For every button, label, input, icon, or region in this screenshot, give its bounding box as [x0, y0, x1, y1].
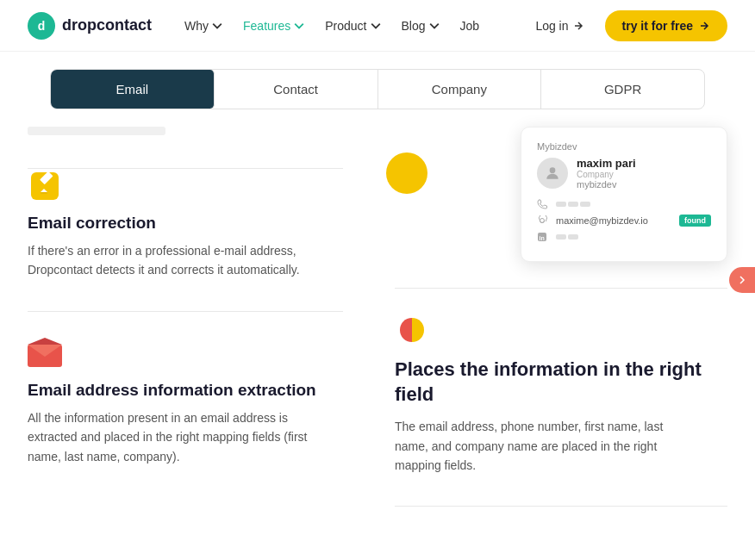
email-extraction-desc: All the information present in an email …: [28, 408, 321, 466]
right-top-divider: [395, 288, 727, 289]
card-linkedin-dots: [556, 234, 578, 240]
dc-icon-svg: [396, 314, 427, 345]
email-correction-title: Email correction: [28, 214, 343, 233]
places-info-block: Places the information in the right fiel…: [395, 313, 727, 475]
scroll-icon: [735, 273, 749, 287]
envelope-svg: [28, 338, 62, 369]
card-email-row: maxime@mybizdev.io found: [537, 215, 711, 227]
pencil-icon: [28, 169, 62, 203]
nav-links: Why Features Product Blog Job: [176, 14, 488, 38]
card-name: maxim pari: [577, 157, 636, 170]
dropcontact-icon: [395, 313, 429, 347]
nav-link-why[interactable]: Why: [176, 14, 231, 38]
nav-link-product[interactable]: Product: [316, 14, 389, 38]
places-info-title: Places the information in the right fiel…: [395, 358, 727, 407]
card-company: mybizdev: [577, 179, 636, 190]
chevron-down-icon: [371, 21, 381, 31]
tab-contact[interactable]: Contact: [215, 70, 378, 109]
arrow-right-icon: [698, 20, 710, 32]
logo[interactable]: d dropcontact: [28, 12, 152, 40]
nav-right: Log in try it for free: [525, 10, 727, 41]
logo-text: dropcontact: [62, 16, 152, 34]
at-icon: [537, 215, 549, 227]
envelope-icon: [28, 336, 62, 370]
yellow-circle: [386, 152, 427, 194]
linkedin-icon: in: [537, 231, 549, 243]
svg-marker-6: [28, 338, 62, 345]
logo-icon: d: [28, 12, 55, 40]
tab-company[interactable]: Company: [378, 70, 542, 109]
nav-left: d dropcontact Why Features Product Blog: [28, 12, 488, 40]
tabs-bar: Email Contact Company GDPR: [50, 69, 705, 109]
svg-text:in: in: [540, 235, 545, 241]
contact-card: Mybizdev maxim pari Company mybizdev: [521, 127, 727, 262]
main-content: Email correction If there's an error in …: [0, 109, 755, 541]
chevron-down-icon: [212, 21, 222, 31]
scroll-right-button[interactable]: [729, 267, 755, 293]
svg-rect-3: [41, 192, 47, 194]
found-badge: found: [679, 215, 711, 227]
tabs-section: Email Contact Company GDPR: [0, 69, 755, 109]
email-extraction-title: Email address information extraction: [28, 381, 343, 400]
card-linkedin-row: in: [537, 231, 711, 243]
tab-gdpr[interactable]: GDPR: [541, 70, 704, 109]
navigation: d dropcontact Why Features Product Blog: [0, 0, 755, 52]
svg-point-7: [550, 167, 556, 173]
card-preview-area: Mybizdev maxim pari Company mybizdev: [395, 127, 727, 262]
mid-divider: [28, 311, 343, 312]
arrow-right-icon: [572, 20, 584, 32]
try-free-button[interactable]: try it for free: [605, 10, 727, 41]
right-column: Mybizdev maxim pari Company mybizdev: [378, 127, 727, 507]
right-bottom-divider: [395, 506, 727, 507]
nav-link-job[interactable]: Job: [452, 14, 489, 38]
phone-icon: [537, 198, 549, 210]
card-email-value: maxime@mybizdev.io: [556, 215, 672, 226]
tab-email[interactable]: Email: [51, 70, 215, 109]
chevron-down-icon: [429, 21, 440, 31]
svg-point-11: [736, 274, 748, 286]
left-column: Email correction If there's an error in …: [28, 127, 378, 507]
email-correction-block: Email correction If there's an error in …: [28, 169, 343, 280]
card-company-label: Mybizdev: [537, 141, 711, 152]
pencil-svg: [29, 171, 60, 202]
person-icon: [544, 165, 561, 182]
nav-link-blog[interactable]: Blog: [393, 14, 448, 38]
email-extraction-block: Email address information extraction All…: [28, 336, 343, 466]
chevron-down-icon: [294, 21, 304, 31]
email-correction-desc: If there's an error in a professional e-…: [28, 241, 321, 280]
card-header: maxim pari Company mybizdev: [537, 157, 711, 190]
login-button[interactable]: Log in: [525, 14, 594, 38]
avatar: [537, 158, 568, 189]
card-identity: maxim pari Company mybizdev: [577, 157, 636, 190]
card-phone-row: [537, 198, 711, 210]
card-phone-dots: [556, 202, 590, 207]
places-info-desc: The email address, phone number, first n…: [395, 417, 671, 475]
nav-link-features[interactable]: Features: [234, 14, 313, 38]
card-company-sub: Company: [577, 170, 636, 179]
